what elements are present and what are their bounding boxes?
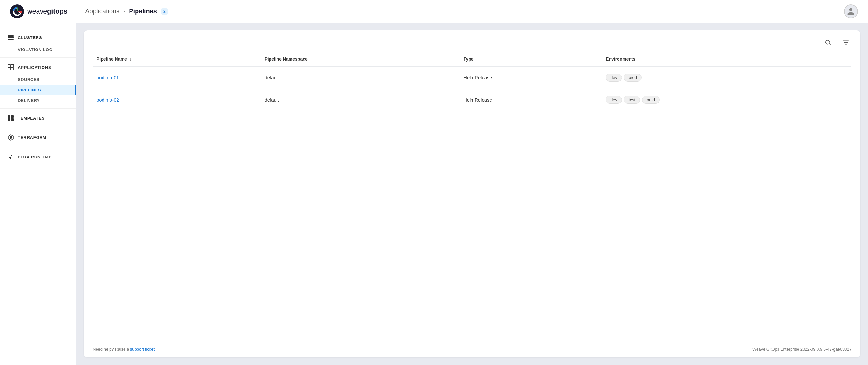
- environment-badge: test: [624, 96, 640, 104]
- divider-1: [0, 58, 76, 58]
- pipelines-table: Pipeline Name ↓ Pipeline Namespace Type …: [93, 52, 851, 111]
- pipeline-type-cell: HelmRelease: [460, 89, 602, 111]
- breadcrumb-current: Pipelines: [129, 8, 157, 15]
- sidebar: CLUSTERS VIOLATION LOG APPLICATIONS: [0, 23, 76, 365]
- flux-icon: [8, 154, 14, 160]
- svg-rect-7: [11, 68, 14, 70]
- clusters-icon: [8, 34, 14, 41]
- sidebar-section-applications: APPLICATIONS SOURCES PIPELINES DELIVERY: [0, 60, 76, 106]
- table-container: Pipeline Name ↓ Pipeline Namespace Type …: [84, 52, 860, 341]
- footer-help-text: Need help? Raise a support ticket: [93, 347, 155, 352]
- sidebar-section-flux-runtime: FLUX RUNTIME: [0, 150, 76, 164]
- svg-rect-9: [8, 115, 10, 118]
- search-icon: [825, 39, 832, 46]
- svg-rect-3: [8, 39, 14, 40]
- header-right: [844, 4, 858, 19]
- filter-icon: [842, 39, 849, 46]
- sidebar-section-templates: TEMPLATES: [0, 111, 76, 125]
- filter-button[interactable]: [840, 37, 851, 48]
- sidebar-item-terraform[interactable]: TERRAFORM: [0, 130, 76, 144]
- breadcrumb: Applications › Pipelines 2: [85, 8, 168, 15]
- divider-3: [0, 128, 76, 128]
- col-header-environments: Environments: [602, 52, 851, 66]
- logo-area[interactable]: weavegitops: [10, 4, 67, 19]
- applications-icon: [8, 64, 14, 70]
- terraform-label: TERRAFORM: [18, 135, 46, 140]
- footer: Need help? Raise a support ticket Weave …: [84, 341, 860, 357]
- sidebar-item-applications[interactable]: APPLICATIONS: [0, 60, 76, 74]
- logo-text: weavegitops: [27, 7, 67, 15]
- pipeline-name-cell[interactable]: podinfo-01: [93, 66, 261, 89]
- terraform-icon: [8, 134, 14, 141]
- pipeline-environments-cell: devprod: [602, 66, 851, 89]
- footer-version: Weave GitOps Enterprise 2022-09 0.9.5-47…: [752, 347, 851, 352]
- col-header-namespace: Pipeline Namespace: [261, 52, 459, 66]
- user-avatar[interactable]: [844, 4, 858, 19]
- flux-runtime-label: FLUX RUNTIME: [18, 155, 52, 159]
- svg-rect-5: [11, 64, 14, 67]
- sidebar-item-pipelines[interactable]: PIPELINES: [0, 85, 76, 95]
- divider-2: [0, 108, 76, 108]
- sidebar-section-terraform: TERRAFORM: [0, 130, 76, 144]
- svg-line-16: [829, 44, 831, 45]
- sidebar-item-clusters[interactable]: CLUSTERS: [0, 30, 76, 44]
- breadcrumb-parent[interactable]: Applications: [85, 8, 119, 15]
- header-left: weavegitops Applications › Pipelines 2: [10, 4, 168, 19]
- support-ticket-link[interactable]: support ticket: [130, 347, 155, 352]
- toolbar: [84, 30, 860, 52]
- templates-icon: [8, 115, 14, 121]
- svg-rect-1: [8, 35, 14, 36]
- pipeline-type-cell: HelmRelease: [460, 66, 602, 89]
- environment-badge: dev: [606, 74, 622, 81]
- user-icon: [847, 7, 855, 15]
- applications-label: APPLICATIONS: [18, 65, 51, 70]
- environment-badge: prod: [624, 74, 642, 81]
- svg-marker-14: [9, 136, 12, 139]
- header: weavegitops Applications › Pipelines 2: [0, 0, 868, 23]
- pipeline-name-cell[interactable]: podinfo-02: [93, 89, 261, 111]
- pipeline-namespace-cell: default: [261, 89, 459, 111]
- sidebar-item-delivery[interactable]: DELIVERY: [0, 95, 76, 106]
- environment-badge: prod: [642, 96, 660, 104]
- content-area: Pipeline Name ↓ Pipeline Namespace Type …: [76, 23, 868, 365]
- table-row: podinfo-02defaultHelmReleasedevtestprod: [93, 89, 851, 111]
- breadcrumb-badge: 2: [161, 8, 168, 14]
- svg-rect-6: [8, 68, 10, 70]
- pipeline-namespace-cell: default: [261, 66, 459, 89]
- svg-point-8: [10, 67, 12, 68]
- sidebar-item-templates[interactable]: TEMPLATES: [0, 111, 76, 125]
- sidebar-item-sources[interactable]: SOURCES: [0, 74, 76, 85]
- logo-icon: [10, 4, 24, 19]
- templates-label: TEMPLATES: [18, 116, 45, 121]
- col-header-type: Type: [460, 52, 602, 66]
- pipeline-environments-cell: devtestprod: [602, 89, 851, 111]
- svg-rect-4: [8, 64, 10, 67]
- sidebar-section-clusters: CLUSTERS VIOLATION LOG: [0, 30, 76, 55]
- content-panel: Pipeline Name ↓ Pipeline Namespace Type …: [84, 30, 860, 357]
- sort-icon: ↓: [129, 57, 132, 62]
- col-header-name[interactable]: Pipeline Name ↓: [93, 52, 261, 66]
- table-header-row: Pipeline Name ↓ Pipeline Namespace Type …: [93, 52, 851, 66]
- svg-rect-2: [8, 37, 14, 38]
- svg-rect-12: [11, 119, 14, 121]
- search-button[interactable]: [822, 37, 834, 48]
- svg-rect-10: [11, 115, 14, 118]
- svg-rect-11: [8, 119, 10, 121]
- divider-4: [0, 147, 76, 147]
- clusters-label: CLUSTERS: [18, 35, 42, 40]
- table-row: podinfo-01defaultHelmReleasedevprod: [93, 66, 851, 89]
- main-layout: CLUSTERS VIOLATION LOG APPLICATIONS: [0, 23, 868, 365]
- sidebar-item-flux-runtime[interactable]: FLUX RUNTIME: [0, 150, 76, 164]
- sidebar-item-violation-log[interactable]: VIOLATION LOG: [0, 44, 76, 55]
- svg-point-0: [10, 4, 24, 19]
- breadcrumb-chevron: ›: [123, 8, 125, 14]
- environment-badge: dev: [606, 96, 622, 104]
